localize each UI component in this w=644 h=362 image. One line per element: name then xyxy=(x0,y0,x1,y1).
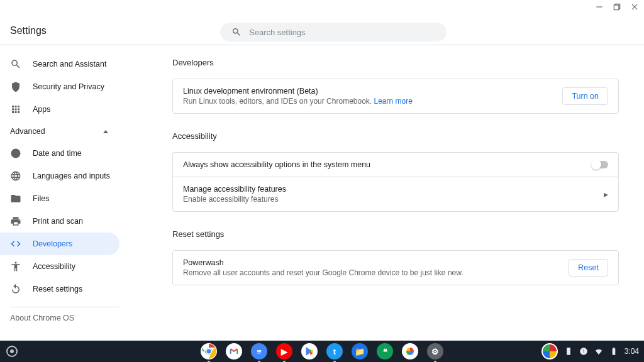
always-show-label: Always show accessibility options in the… xyxy=(183,160,370,169)
clock-icon xyxy=(10,148,21,159)
sidebar-item-label: Search and Assistant xyxy=(33,60,106,69)
sidebar-item-label: Apps xyxy=(33,105,51,114)
code-icon xyxy=(10,238,21,250)
shelf-app-photos[interactable] xyxy=(402,343,418,359)
sidebar-item-label: Print and scan xyxy=(33,217,83,226)
svg-text:!: ! xyxy=(583,349,584,353)
sidebar-item-about[interactable]: About Chrome OS xyxy=(0,314,119,322)
search-icon xyxy=(10,58,21,70)
linux-title: Linux development environment (Beta) xyxy=(183,87,413,96)
learn-more-link[interactable]: Learn more xyxy=(374,97,413,106)
shelf: ≡▶t📁❝⚙ ! 3:04 xyxy=(0,341,644,362)
card-reset: Powerwash Remove all user accounts and r… xyxy=(172,250,619,285)
sidebar-item-apps[interactable]: Apps xyxy=(0,98,119,121)
manage-desc: Enable accessibility features xyxy=(183,195,286,204)
shield-icon xyxy=(10,81,21,92)
apps-icon xyxy=(10,104,21,115)
sidebar-item-accessibility[interactable]: Accessibility xyxy=(0,255,119,278)
sidebar-item-label: Security and Privacy xyxy=(33,82,104,91)
sidebar-item-search-assistant[interactable]: Search and Assistant xyxy=(0,53,119,75)
accessibility-icon xyxy=(10,261,21,272)
search-icon xyxy=(231,27,242,37)
row-always-show[interactable]: Always show accessibility options in the… xyxy=(173,153,618,177)
content: Developers Linux development environment… xyxy=(119,45,644,341)
battery-icon xyxy=(609,347,618,356)
turn-on-button[interactable]: Turn on xyxy=(562,87,608,105)
sidebar-item-label: Languages and inputs xyxy=(33,172,110,180)
notification-icon: ! xyxy=(579,347,588,356)
shelf-app-chrome[interactable] xyxy=(201,343,217,359)
sidebar-item-label: Accessibility xyxy=(33,262,75,271)
sidebar-item-label: Reset settings xyxy=(33,285,82,293)
linux-desc: Run Linux tools, editors, and IDEs on yo… xyxy=(183,97,413,106)
card-accessibility: Always show accessibility options in the… xyxy=(172,152,619,212)
section-heading-reset: Reset settings xyxy=(172,229,619,239)
sidebar: Search and Assistant Security and Privac… xyxy=(0,45,119,341)
shelf-app-docs[interactable]: ≡ xyxy=(251,343,267,359)
sidebar-item-date-time[interactable]: Date and time xyxy=(0,142,119,165)
folder-icon xyxy=(10,193,21,204)
section-heading-developers: Developers xyxy=(172,58,619,67)
clock: 3:04 xyxy=(625,347,639,356)
svg-point-5 xyxy=(206,349,212,354)
sidebar-item-print-scan[interactable]: Print and scan xyxy=(0,210,119,233)
row-manage-features[interactable]: Manage accessibility features Enable acc… xyxy=(173,177,618,211)
sidebar-item-label: Developers xyxy=(33,239,72,248)
shelf-app-settings[interactable]: ⚙ xyxy=(427,343,443,359)
reset-icon xyxy=(10,283,21,295)
avatar[interactable] xyxy=(541,343,558,359)
shelf-app-youtube[interactable]: ▶ xyxy=(276,343,292,359)
svg-rect-6 xyxy=(567,348,570,355)
search-field[interactable] xyxy=(220,23,447,41)
page-title: Settings xyxy=(10,25,47,36)
shelf-app-gmail[interactable] xyxy=(226,343,242,359)
sidebar-item-reset[interactable]: Reset settings xyxy=(0,278,119,300)
launcher-button[interactable] xyxy=(6,346,18,357)
wifi-icon xyxy=(594,347,603,356)
chevron-right-icon: ▸ xyxy=(604,189,608,199)
header: Settings xyxy=(0,0,644,45)
shelf-app-twitter[interactable]: t xyxy=(326,343,343,359)
section-heading-accessibility: Accessibility xyxy=(172,131,619,141)
shelf-app-hangouts[interactable]: ❝ xyxy=(377,343,393,359)
shelf-app-play[interactable] xyxy=(301,343,318,359)
sidebar-item-security-privacy[interactable]: Security and Privacy xyxy=(0,75,119,98)
sidebar-item-languages[interactable]: Languages and inputs xyxy=(0,165,119,187)
divider xyxy=(10,307,119,307)
section-label: Advanced xyxy=(10,127,45,136)
sidebar-section-advanced[interactable]: Advanced xyxy=(0,121,119,142)
always-show-toggle[interactable] xyxy=(592,161,608,168)
phone-icon xyxy=(564,347,573,356)
status-tray[interactable]: ! 3:04 xyxy=(541,343,639,359)
sidebar-item-label: Date and time xyxy=(33,149,82,158)
shelf-app-files[interactable]: 📁 xyxy=(352,343,368,359)
powerwash-desc: Remove all user accounts and reset your … xyxy=(183,268,464,277)
printer-icon xyxy=(10,216,21,227)
manage-title: Manage accessibility features xyxy=(183,185,286,194)
sidebar-item-developers[interactable]: Developers xyxy=(0,233,119,255)
search-input[interactable] xyxy=(249,28,435,37)
globe-icon xyxy=(10,170,21,182)
sidebar-item-label: Files xyxy=(33,194,49,203)
caret-up-icon xyxy=(103,130,108,133)
card-linux: Linux development environment (Beta) Run… xyxy=(172,79,619,114)
reset-button[interactable]: Reset xyxy=(569,259,608,277)
powerwash-title: Powerwash xyxy=(183,258,464,267)
sidebar-item-files[interactable]: Files xyxy=(0,187,119,210)
